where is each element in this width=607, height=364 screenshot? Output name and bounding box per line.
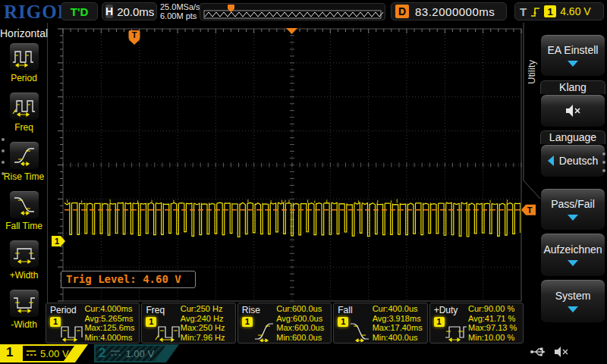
trig-level-readout: Trig Level: 4.60 V: [61, 271, 196, 288]
right-menu-scroll-indicator: [602, 152, 605, 172]
menu-button-system[interactable]: System: [540, 279, 605, 323]
rising-edge-icon: [530, 6, 540, 17]
chevron-down-icon: [568, 260, 578, 266]
measurement-values: Cur:250 HzAvg:240 Hz Max:250 HzMin:7.96 …: [181, 304, 234, 342]
channel2-number: 2: [99, 346, 105, 361]
timebase-value: 20.0ms: [117, 5, 154, 18]
menu-item-fall-time[interactable]: Fall Time: [0, 190, 48, 231]
freq-icon: [154, 319, 183, 342]
rise-time-icon: [9, 141, 39, 170]
channel2-info: 2 1.00 V: [96, 346, 165, 361]
usb-icon: [530, 347, 548, 357]
left-menu-title: Horizontal: [0, 27, 48, 39]
measurement-values: Cur:90.00 %Avg:41.71 % Max:97.13 %Min:10…: [468, 304, 521, 342]
measurement-panel-period[interactable]: Period 1 Cur:4.000msAvg:5.265ms Max:125.…: [46, 303, 140, 344]
channel2-scale: 1.00 V: [125, 348, 154, 359]
trigger-label: T: [520, 5, 527, 18]
status-icon-tray: [530, 346, 569, 358]
trigger-level-value: 4.60 V: [560, 5, 590, 17]
measurement-bar: Period 1 Cur:4.000msAvg:5.265ms Max:125.…: [46, 303, 524, 344]
plus-width-icon: [9, 240, 39, 268]
menu-item-period[interactable]: Period: [0, 42, 48, 83]
svg-text:T: T: [132, 30, 137, 39]
trigger-source-badge: 1: [544, 5, 556, 17]
menu-button-pass-fail[interactable]: Pass/Fail: [540, 188, 605, 231]
period-icon: [58, 319, 87, 342]
oscilloscope-screen: T1T RIGOL T'D H 20.0ms 25.0MSa/s 6.00M p…: [0, 0, 607, 364]
language-header: Language: [540, 130, 605, 144]
speaker-muted-icon: [565, 104, 581, 118]
menu-item-rise-time[interactable]: Rise Time: [0, 141, 48, 182]
duty-icon: [442, 319, 471, 342]
trigger-status-badge[interactable]: T'D: [61, 2, 98, 20]
delay-value: 83.2000000ms: [415, 5, 495, 18]
menu-item-neg-width[interactable]: -Width: [0, 289, 48, 330]
memory-waveform-preview[interactable]: [200, 3, 385, 20]
svg-text:1: 1: [55, 237, 59, 246]
menu-button-klang-mute[interactable]: [540, 94, 605, 127]
svg-text:T: T: [527, 206, 533, 215]
measurement-panel-freq[interactable]: Freq 1 Cur:250 HzAvg:240 Hz Max:250 HzMi…: [141, 303, 235, 344]
measurement-panel-fall[interactable]: Fall 1 Cur:400.0usAvg:3.918ms Max:17.40m…: [333, 303, 427, 344]
left-menu-scroll-indicator: [2, 138, 5, 175]
dc-coupling-icon: [26, 349, 36, 358]
menu-item-freq[interactable]: Freq: [0, 92, 48, 133]
channel1-scale: 5.00 V: [40, 348, 69, 359]
acquisition-info: 25.0MSa/s 6.00M pts: [160, 2, 200, 20]
horizontal-icon: H: [105, 5, 113, 18]
speaker-muted-icon: [554, 346, 569, 358]
measurement-panel-rise[interactable]: Rise 1 Cur:600.0usAvg:600.0us Max:600.0u…: [237, 303, 332, 344]
sample-rate: 25.0MSa/s: [160, 2, 200, 11]
chevron-down-icon: [568, 61, 578, 67]
chevron-down-icon: [568, 215, 578, 221]
delay-icon: D: [395, 5, 409, 18]
fall-time-icon: [9, 190, 39, 219]
menu-item-pos-width[interactable]: +Width: [0, 240, 48, 281]
chevron-down-icon: [568, 306, 578, 312]
utility-tab-label: Utility: [526, 42, 538, 102]
period-icon: [9, 42, 39, 71]
minus-width-icon: [9, 289, 39, 318]
measurement-values: Cur:600.0usAvg:600.0us Max:600.0usMin:60…: [276, 304, 329, 342]
menu-button-language[interactable]: Deutsch: [540, 144, 605, 177]
measurement-values: Cur:4.000msAvg:5.265ms Max:125.6msMin:4.…: [84, 304, 137, 342]
klang-header: Klang: [540, 80, 605, 94]
channel1-number: 1: [6, 345, 13, 360]
freq-icon: [9, 92, 39, 121]
measurement-values: Cur:400.0usAvg:3.918ms Max:17.40msMin:40…: [373, 304, 426, 342]
dc-coupling-icon: [110, 349, 121, 358]
fall-icon: [346, 319, 375, 342]
measurement-panel-duty[interactable]: +Duty 1 Cur:90.00 %Avg:41.71 % Max:97.13…: [429, 303, 524, 344]
menu-button-ea-einstell[interactable]: EA Einstell: [540, 34, 605, 77]
chevron-left-icon: [548, 155, 554, 166]
trigger-settings-box[interactable]: T 1 4.60 V: [514, 2, 604, 20]
menu-button-aufzeichnen[interactable]: Aufzeichnen: [540, 233, 605, 277]
rise-icon: [250, 319, 279, 342]
horizontal-timebase-box[interactable]: H 20.0ms: [102, 2, 157, 20]
memory-depth: 6.00M pts: [160, 11, 200, 20]
trigger-delay-box[interactable]: D 83.2000000ms: [391, 2, 507, 20]
